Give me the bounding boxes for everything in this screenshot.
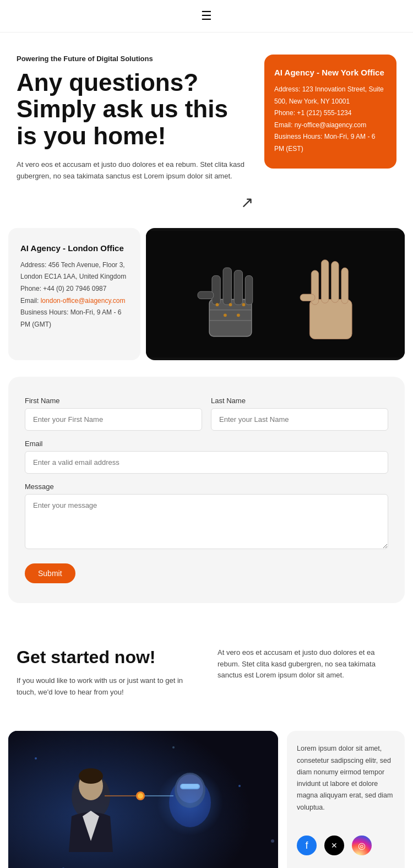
svg-rect-19 [300, 294, 315, 301]
first-name-group: First Name [25, 397, 202, 431]
navigation: ☰ [0, 0, 413, 32]
ai-human-image [8, 731, 278, 868]
svg-point-9 [216, 303, 219, 306]
london-email-link[interactable]: london-office@aiagency.com [41, 297, 126, 305]
name-row: First Name Last Name [25, 397, 388, 431]
last-name-input[interactable] [211, 408, 388, 431]
ai-human-svg [8, 731, 278, 868]
bottom-section: Lorem ipsum dolor sit amet, consetetur s… [8, 731, 405, 868]
hero-subtitle: Powering the Future of Digital Solutions [17, 55, 253, 63]
london-email-label: Email: [20, 297, 41, 305]
london-hours: Business Hours: Mon-Fri, 9 AM - 6 PM (GM… [20, 307, 128, 330]
get-started-right: At vero eos et accusam et justo duo dolo… [218, 647, 396, 681]
get-started-subtitle: If you would like to work with us or jus… [17, 675, 195, 698]
ny-email: Email: ny-office@aiagency.com [274, 120, 387, 132]
hero-title: Any questions? Simply ask us this is you… [17, 69, 253, 149]
contact-form-section: First Name Last Name Email Message Submi… [8, 377, 405, 603]
last-name-group: Last Name [211, 397, 388, 431]
svg-point-25 [271, 839, 274, 843]
robot-hand-svg [146, 228, 405, 360]
facebook-icon[interactable]: f [297, 836, 317, 855]
ny-office-card: AI Agency - New York Office Address: 123… [264, 55, 396, 169]
message-group: Message [25, 482, 388, 549]
london-office-title: AI Agency - London Office [20, 243, 128, 253]
get-started-title: Get started now! [17, 647, 195, 668]
instagram-icon[interactable]: ◎ [352, 836, 372, 855]
get-started-section: Get started now! If you would like to wo… [0, 620, 413, 726]
svg-point-11 [242, 303, 246, 306]
robot-hand-image [146, 228, 405, 360]
social-icons-group: f ✕ ◎ [297, 836, 395, 855]
london-office-card: AI Agency - London Office Address: 456 T… [8, 228, 140, 360]
svg-point-23 [172, 746, 175, 748]
twitter-icon[interactable]: ✕ [324, 836, 344, 855]
twitter-label: ✕ [331, 841, 338, 850]
svg-point-10 [229, 303, 232, 306]
facebook-label: f [305, 840, 308, 851]
ny-address: Address: 123 Innovation Street, Suite 50… [274, 84, 387, 107]
svg-rect-2 [212, 275, 220, 305]
svg-point-21 [35, 757, 37, 760]
hero-arrow-icon[interactable]: ↗ [17, 193, 253, 211]
svg-point-30 [79, 768, 103, 784]
ny-hours: Business Hours: Mon-Fri, 9 AM - 6 PM (ES… [274, 131, 387, 155]
svg-rect-16 [321, 259, 328, 303]
email-label: Email [25, 440, 388, 448]
last-name-label: Last Name [211, 397, 388, 405]
bottom-description: Lorem ipsum dolor sit amet, consetetur s… [297, 743, 395, 813]
london-phone: Phone: +44 (0) 20 7946 0987 [20, 283, 128, 295]
svg-point-38 [138, 793, 143, 799]
email-group: Email [25, 440, 388, 474]
first-name-label: First Name [25, 397, 202, 405]
message-label: Message [25, 482, 388, 491]
ny-phone: Phone: +1 (212) 555-1234 [274, 107, 387, 120]
instagram-label: ◎ [358, 840, 366, 851]
hamburger-icon[interactable]: ☰ [201, 9, 212, 23]
ny-office-info: Address: 123 Innovation Street, Suite 50… [274, 84, 387, 155]
bottom-right-card: Lorem ipsum dolor sit amet, consetetur s… [287, 731, 405, 868]
svg-point-13 [237, 313, 240, 317]
hero-left: Powering the Future of Digital Solutions… [17, 55, 253, 211]
london-address: Address: 456 Tech Avenue, Floor 3, Londo… [20, 259, 128, 283]
ny-office-title: AI Agency - New York Office [274, 68, 387, 77]
hero-body: At vero eos et accusam et justo duo dolo… [17, 159, 253, 182]
submit-button[interactable]: Submit [25, 563, 75, 583]
svg-rect-20 [8, 731, 278, 868]
svg-rect-14 [309, 299, 352, 339]
svg-rect-17 [332, 261, 339, 302]
svg-rect-4 [234, 270, 242, 305]
hero-section: Powering the Future of Digital Solutions… [0, 32, 413, 223]
svg-rect-6 [198, 291, 214, 299]
svg-point-12 [224, 313, 227, 317]
london-email: Email: london-office@aiagency.com [20, 295, 128, 307]
svg-rect-5 [245, 275, 252, 305]
email-input[interactable] [25, 451, 388, 474]
svg-rect-18 [341, 268, 348, 303]
london-office-info: Address: 456 Tech Avenue, Floor 3, Londo… [20, 259, 128, 331]
first-name-input[interactable] [25, 408, 202, 431]
get-started-body: At vero eos et accusam et justo duo dolo… [218, 647, 396, 681]
svg-point-36 [157, 769, 223, 836]
london-image-row: AI Agency - London Office Address: 456 T… [0, 228, 413, 360]
get-started-left: Get started now! If you would like to wo… [17, 647, 195, 698]
svg-rect-3 [223, 268, 231, 305]
svg-rect-0 [146, 231, 405, 357]
svg-point-24 [238, 785, 241, 787]
message-textarea[interactable] [25, 494, 388, 549]
